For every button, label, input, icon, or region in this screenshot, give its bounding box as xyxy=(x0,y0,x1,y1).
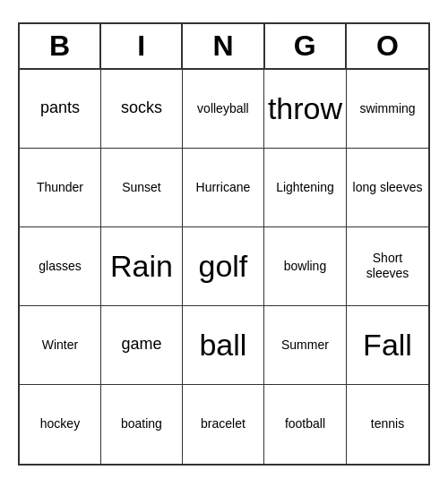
header-letter: G xyxy=(265,24,347,68)
bingo-cell: bracelet xyxy=(183,385,264,464)
cell-text: bracelet xyxy=(201,416,246,431)
bingo-cell: Lightening xyxy=(264,149,347,227)
bingo-card: BINGO pantssocksvolleyballthrowswimmingT… xyxy=(18,22,430,466)
bingo-cell: Short sleeves xyxy=(347,227,428,306)
bingo-cell: volleyball xyxy=(183,70,264,149)
header-letter: O xyxy=(347,24,428,68)
cell-text: Summer xyxy=(281,337,329,353)
bingo-cell: Rain xyxy=(101,227,183,306)
cell-text: Fall xyxy=(363,327,412,363)
cell-text: Winter xyxy=(42,337,78,353)
cell-text: Short sleeves xyxy=(350,251,425,281)
cell-text: volleyball xyxy=(197,101,249,116)
cell-text: ball xyxy=(199,327,246,363)
bingo-cell: pants xyxy=(20,70,101,149)
bingo-cell: tennis xyxy=(347,385,428,464)
cell-text: long sleeves xyxy=(353,180,423,195)
bingo-body: pantssocksvolleyballthrowswimmingThunder… xyxy=(20,70,428,464)
cell-text: Thunder xyxy=(37,180,83,195)
bingo-cell: Hurricane xyxy=(183,149,264,227)
cell-text: football xyxy=(285,416,325,431)
cell-text: swimming xyxy=(359,101,415,116)
header-letter: B xyxy=(20,24,101,68)
bingo-cell: hockey xyxy=(20,385,101,464)
bingo-cell: socks xyxy=(101,70,183,149)
bingo-cell: Thunder xyxy=(20,149,101,227)
cell-text: golf xyxy=(198,248,247,285)
bingo-cell: glasses xyxy=(20,227,101,306)
bingo-cell: golf xyxy=(183,227,264,306)
header-letter: N xyxy=(183,24,264,68)
cell-text: throw xyxy=(268,90,342,127)
cell-text: hockey xyxy=(40,416,80,431)
cell-text: boating xyxy=(121,416,162,431)
cell-text: socks xyxy=(121,98,162,118)
bingo-cell: ball xyxy=(183,306,264,385)
bingo-header: BINGO xyxy=(20,24,428,70)
cell-text: Hurricane xyxy=(196,180,251,195)
cell-text: tennis xyxy=(371,416,404,431)
cell-text: bowling xyxy=(284,259,326,274)
cell-text: Sunset xyxy=(122,180,161,195)
bingo-cell: game xyxy=(101,306,183,385)
bingo-cell: Sunset xyxy=(101,149,183,227)
bingo-cell: Summer xyxy=(264,306,347,385)
cell-text: pants xyxy=(40,98,80,118)
cell-text: glasses xyxy=(39,259,81,274)
bingo-cell: bowling xyxy=(264,227,347,306)
cell-text: game xyxy=(121,335,161,355)
bingo-cell: football xyxy=(264,385,347,464)
bingo-cell: Fall xyxy=(347,306,428,385)
bingo-cell: long sleeves xyxy=(347,149,428,227)
bingo-cell: Winter xyxy=(20,306,101,385)
bingo-cell: swimming xyxy=(347,70,428,149)
bingo-cell: boating xyxy=(101,385,183,464)
bingo-cell: throw xyxy=(264,70,347,149)
cell-text: Rain xyxy=(110,248,173,285)
header-letter: I xyxy=(101,24,183,68)
cell-text: Lightening xyxy=(276,180,334,195)
